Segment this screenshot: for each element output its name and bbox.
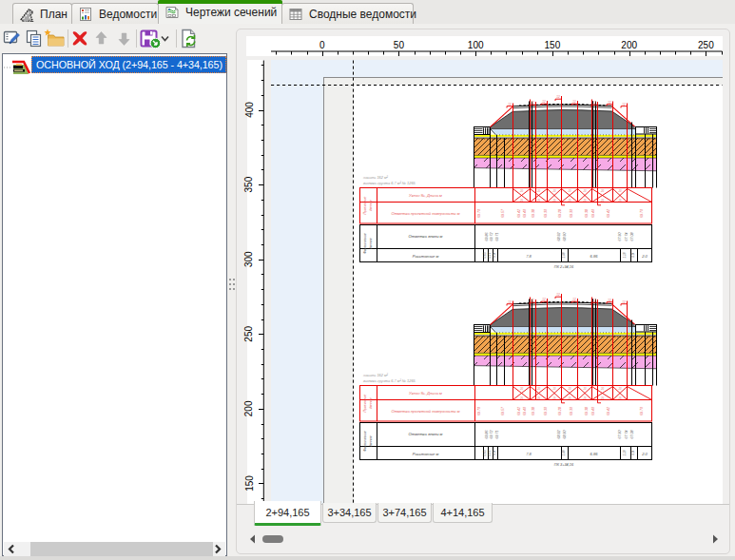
svg-text:ПК 3+34,16: ПК 3+34,16	[554, 462, 574, 467]
svg-text:100: 100	[468, 40, 484, 50]
svg-text:300: 300	[244, 251, 255, 267]
svg-text:200: 200	[621, 40, 637, 50]
svg-text:0: 0	[319, 40, 325, 50]
svg-text:150: 150	[244, 475, 255, 492]
svg-text:200: 200	[244, 400, 255, 416]
svg-text:400: 400	[244, 102, 255, 118]
svg-text:250: 250	[244, 326, 255, 342]
svg-text:150: 150	[545, 40, 561, 50]
svg-text:350: 350	[244, 176, 255, 192]
svg-text:50: 50	[394, 40, 405, 50]
svg-text:250: 250	[698, 40, 714, 50]
svg-text:ПК 2+94,16: ПК 2+94,16	[554, 264, 574, 269]
